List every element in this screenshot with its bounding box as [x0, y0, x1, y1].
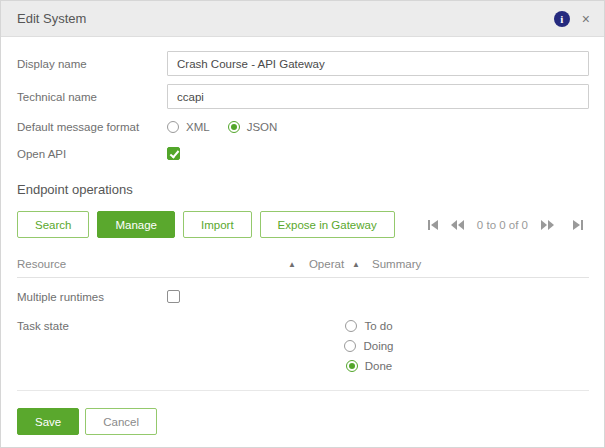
radio-checked-icon: [228, 121, 240, 133]
task-state-row: Task state To do Doing Done: [17, 320, 589, 372]
open-api-row: Open API: [17, 147, 589, 160]
task-state-todo-label: To do: [364, 320, 392, 332]
header-icons: i ×: [554, 11, 590, 27]
cancel-button[interactable]: Cancel: [85, 408, 157, 435]
column-header-operation[interactable]: Operat: [309, 258, 344, 270]
table-header-divider: [17, 277, 589, 278]
task-state-radio-todo[interactable]: To do: [345, 320, 392, 332]
next-page-icon[interactable]: [535, 220, 560, 230]
last-page-icon[interactable]: [566, 220, 589, 230]
operations-table-header: Resource ▲ Operat ▲ Summary: [17, 258, 589, 270]
display-name-label: Display name: [17, 58, 167, 70]
technical-name-row: Technical name: [17, 84, 589, 109]
task-state-radio-done[interactable]: Done: [346, 360, 393, 372]
sort-ascending-icon[interactable]: ▲: [352, 260, 360, 269]
endpoint-operations-section-title: Endpoint operations: [17, 182, 589, 197]
dialog-title: Edit System: [17, 11, 554, 26]
technical-name-input[interactable]: [167, 84, 589, 109]
multiple-runtimes-label: Multiple runtimes: [17, 291, 167, 303]
display-name-row: Display name: [17, 51, 589, 76]
default-message-format-row: Default message format XML JSON: [17, 121, 589, 133]
task-state-doing-label: Doing: [363, 340, 393, 352]
first-page-icon[interactable]: [422, 220, 445, 230]
radio-checked-icon: [346, 360, 358, 372]
open-api-checkbox[interactable]: [167, 147, 180, 160]
dialog-footer: Save Cancel: [17, 408, 589, 435]
import-button[interactable]: Import: [183, 211, 252, 238]
dialog-body: Display name Technical name Default mess…: [1, 37, 604, 435]
column-header-resource[interactable]: Resource: [17, 258, 288, 270]
save-button[interactable]: Save: [17, 408, 79, 435]
multiple-runtimes-row: Multiple runtimes: [17, 290, 589, 303]
default-message-format-label: Default message format: [17, 121, 167, 133]
format-radio-json[interactable]: JSON: [228, 121, 278, 133]
display-name-input[interactable]: [167, 51, 589, 76]
column-header-summary[interactable]: Summary: [372, 258, 421, 270]
format-radio-json-label: JSON: [247, 121, 278, 133]
technical-name-label: Technical name: [17, 91, 167, 103]
multiple-runtimes-checkbox[interactable]: [167, 290, 180, 303]
close-icon[interactable]: ×: [582, 12, 590, 26]
format-radio-xml[interactable]: XML: [167, 121, 210, 133]
footer-divider: [17, 390, 589, 391]
task-state-radio-doing[interactable]: Doing: [344, 340, 393, 352]
radio-unchecked-icon: [167, 121, 179, 133]
expose-in-gateway-button[interactable]: Expose in Gateway: [260, 211, 395, 238]
open-api-label: Open API: [17, 148, 167, 160]
pagination-range-text: 0 to 0 of 0: [477, 219, 528, 231]
sort-ascending-icon[interactable]: ▲: [288, 260, 296, 269]
format-radio-xml-label: XML: [186, 121, 210, 133]
edit-system-dialog: Edit System i × Display name Technical n…: [0, 0, 605, 448]
previous-page-icon[interactable]: [445, 220, 470, 230]
search-button[interactable]: Search: [17, 211, 89, 238]
toolbar-button-group: Search Manage Import Expose in Gateway: [17, 211, 395, 238]
dialog-header: Edit System i ×: [1, 1, 604, 37]
task-state-label: Task state: [17, 320, 167, 332]
info-icon[interactable]: i: [554, 11, 570, 27]
endpoint-operations-toolbar: Search Manage Import Expose in Gateway 0…: [17, 211, 589, 238]
task-state-done-label: Done: [365, 360, 393, 372]
radio-unchecked-icon: [345, 320, 357, 332]
pagination: 0 to 0 of 0: [422, 219, 589, 231]
manage-button[interactable]: Manage: [97, 211, 175, 238]
radio-unchecked-icon: [344, 340, 356, 352]
